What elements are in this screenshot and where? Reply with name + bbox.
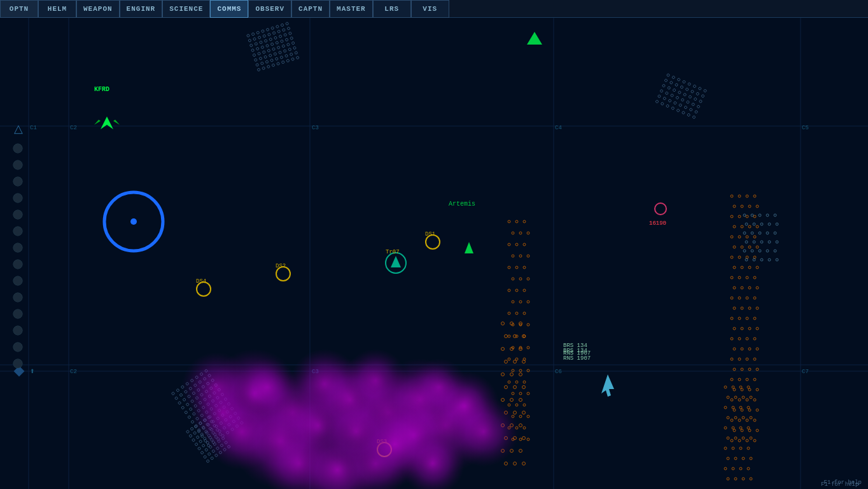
nav-helm[interactable]: HELM [38,0,76,18]
rns-status: RNS 1907 [563,350,591,357]
brs-status: BRS 134 [563,343,587,349]
main-canvas [0,18,868,489]
nav-weapon[interactable]: WEAPON [76,0,120,18]
nav-master[interactable]: MASTER [330,0,373,18]
help-text: F1 for help [824,479,862,486]
nav-comms[interactable]: COMMS [210,0,248,18]
nav-vis[interactable]: VIS [411,0,449,18]
navigation-bar: OPTN HELM WEAPON ENGINR SCIENCE COMMS OB… [0,0,868,18]
nav-lrs[interactable]: LRS [373,0,411,18]
game-area[interactable]: F1 for help BRS 134 RNS 1907 16190 [0,18,868,489]
nav-enginr[interactable]: ENGINR [120,0,163,18]
nav-science[interactable]: SCIENCE [162,0,210,18]
nav-optn[interactable]: OPTN [0,0,38,18]
nav-observ[interactable]: OBSERV [248,0,291,18]
red-label: 16190 [649,220,666,227]
nav-captn[interactable]: CAPTN [291,0,330,18]
